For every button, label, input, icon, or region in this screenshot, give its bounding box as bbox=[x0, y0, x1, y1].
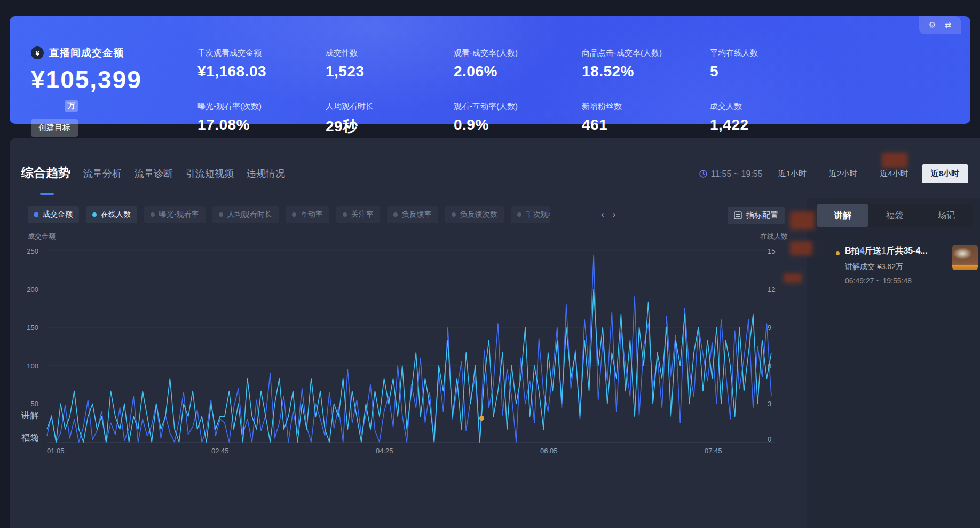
explain-item-deal: 讲解成交 ¥3.62万 bbox=[845, 262, 903, 272]
chip-负反馈率[interactable]: 负反馈率 bbox=[387, 206, 438, 223]
chip-label: 曝光-观看率 bbox=[159, 210, 199, 219]
time-range-display: 11:55 ~ 19:55 bbox=[699, 169, 763, 179]
main-metric-unit: 万 bbox=[65, 100, 78, 112]
x-tick-label: 02:45 bbox=[211, 447, 229, 455]
x-tick-label: 06:05 bbox=[540, 447, 558, 455]
range-button-近8小时[interactable]: 近8小时 bbox=[922, 164, 968, 183]
kpi-value: 29秒 bbox=[326, 116, 454, 137]
tab-违规情况[interactable]: 违规情况 bbox=[247, 167, 285, 180]
kpi-value: 18.52% bbox=[582, 63, 710, 80]
left-tick: 200 bbox=[20, 286, 38, 294]
chip-label: 在线人数 bbox=[101, 210, 131, 219]
sidebar-tab-讲解[interactable]: 讲解 bbox=[817, 204, 868, 227]
chip-label: 千次观看 bbox=[526, 210, 550, 219]
right-tick: 9 bbox=[768, 324, 771, 332]
kpi-cell: 千次观看成交金额¥1,168.03 bbox=[197, 48, 326, 101]
header-kpi-card: ¥ 直播间成交金额 ¥105,399 万 创建目标 千次观看成交金额¥1,168… bbox=[10, 16, 970, 124]
range-button-近1小时[interactable]: 近1小时 bbox=[769, 164, 816, 183]
tab-综合趋势[interactable]: 综合趋势 bbox=[21, 164, 70, 181]
redacted-blur bbox=[790, 211, 815, 230]
redacted-blur bbox=[882, 153, 907, 168]
right-tick: 0 bbox=[768, 435, 771, 443]
left-tick: 50 bbox=[20, 400, 38, 408]
chip-互动率[interactable]: 互动率 bbox=[286, 206, 329, 223]
kpi-label: 成交人数 bbox=[710, 101, 838, 112]
left-tick: 250 bbox=[20, 247, 38, 255]
chip-千次观看[interactable]: 千次观看 bbox=[511, 206, 550, 223]
product-image[interactable] bbox=[952, 245, 978, 270]
chip-dot bbox=[393, 212, 398, 217]
section-tab-bar: 综合趋势流量分析流量诊断引流短视频违规情况 bbox=[21, 164, 285, 181]
time-range-row: 11:55 ~ 19:55 近1小时近2小时近4小时近8小时 bbox=[699, 164, 969, 183]
x-tick-label: 04:25 bbox=[376, 447, 393, 455]
left-tick: 100 bbox=[20, 362, 38, 370]
sidebar-tab-场记[interactable]: 场记 bbox=[921, 204, 973, 227]
chip-dot bbox=[151, 212, 155, 217]
main-metric-value: ¥105,399 bbox=[31, 65, 142, 94]
tab-流量诊断[interactable]: 流量诊断 bbox=[135, 167, 173, 180]
chip-label: 负反馈次数 bbox=[460, 210, 497, 219]
chips-pager: ‹ › bbox=[601, 209, 615, 220]
chip-关注率[interactable]: 关注率 bbox=[336, 206, 380, 223]
kpi-cell: 观看-成交率(人数)2.06% bbox=[454, 48, 582, 101]
kpi-value: 0.9% bbox=[454, 116, 582, 133]
x-tick-label: 01:05 bbox=[47, 447, 65, 455]
kpi-label: 观看-成交率(人数) bbox=[454, 48, 582, 58]
chip-label: 成交金额 bbox=[43, 210, 73, 219]
metric-chips-row: 成交金额在线人数曝光-观看率人均观看时长互动率关注率负反馈率负反馈次数千次观看 bbox=[28, 206, 550, 223]
main-metric-label: 直播间成交金额 bbox=[49, 46, 124, 60]
kpi-value: 2.06% bbox=[454, 63, 582, 80]
chip-负反馈次数[interactable]: 负反馈次数 bbox=[445, 206, 504, 223]
tab-流量分析[interactable]: 流量分析 bbox=[83, 167, 122, 180]
config-icon bbox=[734, 211, 742, 219]
range-button-近2小时[interactable]: 近2小时 bbox=[820, 164, 866, 183]
tab-引流短视频[interactable]: 引流短视频 bbox=[186, 167, 234, 180]
range-button-group: 近1小时近2小时近4小时近8小时 bbox=[769, 164, 968, 183]
chip-人均观看时长[interactable]: 人均观看时长 bbox=[212, 206, 279, 223]
chip-dot bbox=[517, 212, 521, 217]
right-tick: 12 bbox=[768, 286, 775, 294]
title-segment: 斤共35-4... bbox=[886, 246, 927, 255]
kpi-cell: 平均在线人数5 bbox=[710, 48, 838, 101]
chip-dot bbox=[343, 212, 347, 217]
header-corner-actions: ⚙⇄ bbox=[919, 16, 961, 34]
kpi-value: 5 bbox=[710, 63, 838, 80]
chip-曝光-观看率[interactable]: 曝光-观看率 bbox=[144, 206, 206, 223]
kpi-value: 17.08% bbox=[197, 116, 326, 133]
chips-next-icon[interactable]: › bbox=[613, 209, 616, 220]
chip-dot bbox=[452, 212, 456, 217]
explain-item-title[interactable]: B拍4斤送1斤共35-4... bbox=[845, 246, 950, 257]
chip-label: 互动率 bbox=[301, 210, 323, 219]
chip-dot bbox=[92, 212, 97, 217]
metric-config-label: 指标配置 bbox=[746, 210, 778, 220]
kpi-cell: 商品点击-成交率(人数)18.52% bbox=[582, 48, 710, 101]
left-tick: 150 bbox=[20, 324, 38, 332]
explain-item-time: 06:49:27 ~ 19:55:48 bbox=[845, 277, 912, 285]
create-goal-button[interactable]: 创建目标 bbox=[31, 119, 78, 137]
chip-dot bbox=[34, 212, 38, 217]
list-item-bullet bbox=[836, 251, 840, 255]
sidebar-tab-福袋[interactable]: 福袋 bbox=[868, 204, 920, 227]
chip-在线人数[interactable]: 在线人数 bbox=[86, 206, 137, 223]
right-tick: 15 bbox=[768, 247, 775, 255]
x-tick-label: 07:45 bbox=[705, 447, 722, 455]
right-tick: 6 bbox=[768, 362, 771, 370]
kpi-value: 1,523 bbox=[326, 63, 454, 80]
chip-label: 关注率 bbox=[351, 210, 374, 219]
yuan-circle-icon: ¥ bbox=[31, 46, 44, 59]
chips-prev-icon[interactable]: ‹ bbox=[601, 209, 604, 220]
kpi-label: 人均观看时长 bbox=[326, 101, 454, 112]
gear-icon[interactable]: ⚙ bbox=[929, 20, 936, 30]
kpi-cell: 成交件数1,523 bbox=[326, 48, 454, 101]
chip-成交金额[interactable]: 成交金额 bbox=[28, 206, 79, 223]
kpi-label: 新增粉丝数 bbox=[582, 101, 710, 112]
kpi-label: 商品点击-成交率(人数) bbox=[582, 48, 710, 58]
kpi-label: 平均在线人数 bbox=[710, 48, 838, 58]
active-tab-underline bbox=[40, 193, 54, 195]
swap-icon[interactable]: ⇄ bbox=[944, 20, 951, 30]
metric-config-button[interactable]: 指标配置 bbox=[728, 207, 785, 224]
kpi-label: 曝光-观看率(次数) bbox=[197, 101, 326, 112]
kpi-value: 1,422 bbox=[710, 116, 838, 133]
chip-dot bbox=[219, 212, 223, 217]
event-row-label-福袋: 福袋 bbox=[21, 432, 38, 444]
